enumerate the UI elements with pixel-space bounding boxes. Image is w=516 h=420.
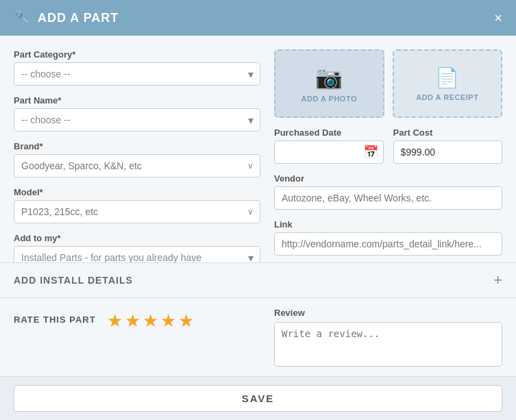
date-input-wrap: 📅 [274,140,384,164]
vendor-field: Vendor [274,173,502,210]
purchased-date-field: Purchased Date 📅 [274,127,384,164]
install-details-label: ADD INSTALL DETAILS [14,275,133,286]
modal-container: 🔧 ADD A PART × Part Category* -- choose … [0,0,516,420]
save-button[interactable]: SAVE [14,385,502,412]
vendor-label: Vendor [274,173,502,184]
vendor-input[interactable] [274,186,502,210]
star-5[interactable]: ★ [178,310,194,332]
model-input[interactable] [14,200,260,223]
part-name-field: Part Name* -- choose -- [14,95,260,132]
link-label: Link [274,219,502,230]
star-rating: ★ ★ ★ ★ ★ [107,310,194,332]
title-wrap: 🔧 ADD A PART [14,10,119,26]
left-column: Part Category* -- choose -- Part Name* -… [14,49,260,249]
part-category-select-wrapper: -- choose -- [14,62,260,86]
review-label: Review [274,308,502,318]
part-name-select-wrapper: -- choose -- [14,108,260,132]
part-cost-input[interactable] [393,140,503,164]
install-details-row: ADD INSTALL DETAILS + [0,262,516,297]
add-receipt-button[interactable]: 📄 ADD A RECEIPT [393,49,503,118]
part-cost-field: Part Cost [393,127,503,164]
calendar-icon[interactable]: 📅 [363,145,378,160]
add-photo-label: ADD A PHOTO [302,95,358,103]
close-button[interactable]: × [494,11,502,25]
star-1[interactable]: ★ [107,310,123,332]
add-photo-button[interactable]: 📷 ADD A PHOTO [274,49,384,118]
model-input-wrap: ∨ [14,200,260,223]
star-4[interactable]: ★ [160,310,176,332]
date-cost-row: Purchased Date 📅 Part Cost [274,127,502,164]
rate-section: RATE THIS PART ★ ★ ★ ★ ★ [14,308,260,367]
purchased-date-label: Purchased Date [274,127,384,138]
brand-field: Brand* ∨ [14,141,260,177]
modal-footer: SAVE [0,376,516,420]
add-to-label: Add to my* [14,233,260,243]
brand-input-wrap: ∨ [14,154,260,177]
part-name-select[interactable]: -- choose -- [14,108,260,132]
part-category-label: Part Category* [14,49,260,60]
bottom-section: RATE THIS PART ★ ★ ★ ★ ★ Review [0,297,516,376]
link-field: Link [274,219,502,256]
part-name-label: Part Name* [14,95,260,106]
modal-header: 🔧 ADD A PART × [0,0,516,36]
wrench-icon: 🔧 [14,10,31,26]
part-category-field: Part Category* -- choose -- [14,49,260,86]
star-2[interactable]: ★ [125,310,140,332]
star-3[interactable]: ★ [143,310,158,332]
brand-label: Brand* [14,141,260,151]
part-cost-label: Part Cost [393,127,503,138]
part-category-select[interactable]: -- choose -- [14,62,260,86]
add-install-button[interactable]: + [493,271,502,289]
model-field: Model* ∨ [14,187,260,223]
modal-title: ADD A PART [38,11,119,25]
photo-receipt-row: 📷 ADD A PHOTO 📄 ADD A RECEIPT [274,49,502,118]
rate-row: RATE THIS PART ★ ★ ★ ★ ★ [14,308,260,332]
brand-input[interactable] [14,154,260,177]
add-to-select[interactable]: Installed Parts - for parts you already … [14,246,260,262]
model-label: Model* [14,187,260,197]
right-column: 📷 ADD A PHOTO 📄 ADD A RECEIPT Purchased … [274,49,502,249]
receipt-icon: 📄 [435,66,459,89]
add-to-field: Add to my* Installed Parts - for parts y… [14,233,260,262]
review-section: Review [274,308,502,367]
link-input[interactable] [274,232,502,256]
camera-icon: 📷 [315,64,343,90]
add-to-select-wrapper: Installed Parts - for parts you already … [14,246,260,262]
rate-label: RATE THIS PART [14,314,96,325]
modal-body: Part Category* -- choose -- Part Name* -… [0,36,516,262]
add-receipt-label: ADD A RECEIPT [416,93,478,101]
review-textarea[interactable] [274,322,502,367]
